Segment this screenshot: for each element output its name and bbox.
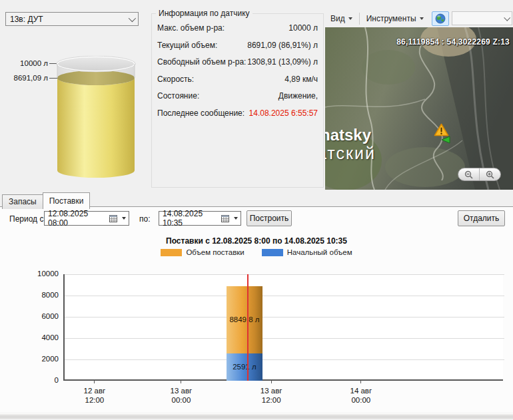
- tank-max-label: 10000 л: [1, 59, 48, 67]
- chevron-down-icon: [504, 15, 510, 21]
- magnifier-plus-icon: [486, 170, 494, 179]
- legend-swatch-supply: [161, 249, 182, 256]
- y-tick-label: 0: [25, 376, 59, 384]
- zoom-out-chart-button[interactable]: Отдалить: [458, 210, 505, 226]
- map-place-label-latin: hatsky: [325, 126, 371, 144]
- gridline: [65, 359, 504, 360]
- sensor-select[interactable]: 13в: ДУТ: [5, 12, 139, 26]
- period-from-picker[interactable]: 12.08.2025 08:00: [44, 211, 129, 226]
- info-row-last-message: Последнее сообщение: 14.08.2025 6:55:57: [157, 108, 318, 118]
- period-to-picker[interactable]: 14.08.2025 10:35: [159, 211, 241, 226]
- bar-value-label: 2591 л: [233, 363, 256, 371]
- sensor-select-value: 13в: ДУТ: [10, 15, 43, 24]
- calendar-icon: [109, 214, 117, 222]
- tank-current-label: 8691,09 л: [1, 74, 48, 82]
- globe-icon: [435, 13, 446, 24]
- build-button[interactable]: Построить: [247, 210, 292, 226]
- map-place-label-cyrillic: атский: [325, 144, 376, 163]
- map-search-combobox[interactable]: [452, 11, 512, 25]
- chevron-down-icon: [234, 217, 238, 220]
- fuel-monitor-window: 13в: ДУТ 10000 л 8691,09 л: [0, 0, 513, 420]
- calendar-icon: [221, 214, 229, 222]
- chart-y-axis: 0200040006000800010000: [25, 274, 60, 381]
- y-tick-label: 8000: [25, 291, 59, 299]
- bar-segment-supply: 8849,8 л: [227, 286, 262, 353]
- current-time-marker-line: [247, 274, 249, 381]
- period-from-label: Период с:: [9, 214, 46, 224]
- datepicker-dropdown-button[interactable]: [119, 212, 129, 225]
- y-tick-label: 10000: [25, 270, 59, 278]
- zoom-out-map-button[interactable]: [458, 168, 479, 180]
- magnifier-minus-icon: [464, 170, 473, 179]
- map-menu-view[interactable]: Вид: [325, 11, 358, 26]
- chart-legend: Объем поставки Начальный объем: [0, 248, 513, 256]
- tab-zapasy[interactable]: Запасы: [2, 194, 43, 209]
- x-tick-label: 13 авг00:00: [153, 386, 209, 405]
- bottom-tab-strip: Запасы Поставки: [2, 192, 89, 209]
- y-tick-label: 4000: [25, 333, 59, 341]
- gridline: [65, 338, 504, 339]
- x-tick-label: 13 авг12:00: [243, 386, 299, 405]
- info-row-state: Состояние: Движение,: [157, 91, 318, 101]
- legend-swatch-initial: [262, 249, 283, 256]
- chart-title: Поставки с 12.08.2025 8:00 по 14.08.2025…: [0, 236, 513, 246]
- bar-segment-initial: 2591 л: [227, 353, 262, 381]
- x-tick-label: 14 авг00:00: [333, 386, 389, 405]
- chevron-down-icon: [348, 17, 352, 20]
- chevron-down-icon: [122, 217, 126, 220]
- y-tick-label: 6000: [25, 312, 59, 320]
- info-row-current-volume: Текущий объем: 8691,09 (86,91%) л: [157, 41, 318, 50]
- warning-marker-icon[interactable]: [434, 123, 449, 136]
- period-to-label: по:: [139, 214, 151, 224]
- map-toolbar: Вид Инструменты: [325, 9, 513, 27]
- globe-map-layer-button[interactable]: [432, 11, 449, 26]
- scrollbar-thumb[interactable]: [0, 415, 513, 419]
- toolbar-separator: [359, 13, 360, 25]
- gridline: [65, 317, 504, 317]
- bar-value-label: 8849,8 л: [229, 315, 259, 323]
- x-tick-mark: [271, 381, 272, 383]
- last-message-timestamp: 14.08.2025 6:55:57: [249, 108, 318, 118]
- sensor-info-title: Информация по датчику: [156, 9, 253, 18]
- horizontal-scrollbar[interactable]: [0, 413, 513, 419]
- map-coordinates: 86,1119854 : 54,3022269 Z:13: [396, 37, 510, 47]
- x-tick-label: 12 авг12:00: [67, 386, 123, 405]
- tank-graphic: [56, 56, 136, 179]
- info-row-speed: Скорость: 4,89 км/ч: [157, 75, 318, 84]
- tab-postavki[interactable]: Поставки: [43, 192, 91, 209]
- info-row-free-volume: Свободный объем р-ра: 1308,91 (13,09%) л: [157, 57, 318, 67]
- chevron-down-icon: [129, 14, 136, 21]
- zoom-in-map-button[interactable]: [479, 168, 500, 180]
- chart-plot-area: 12 авг12:0013 авг00:0013 авг12:0014 авг0…: [63, 274, 503, 381]
- datepicker-dropdown-button[interactable]: [231, 212, 241, 225]
- gridline: [65, 274, 504, 275]
- x-tick-mark: [181, 381, 181, 383]
- sensor-info-panel: Информация по датчику Макс. объем р-ра: …: [151, 13, 324, 188]
- info-row-max-volume: Макс. объем р-ра: 10000 л: [157, 23, 318, 33]
- chevron-down-icon: [420, 17, 424, 20]
- legend-item-initial: Начальный объем: [262, 248, 352, 256]
- y-tick-label: 2000: [25, 355, 59, 363]
- satellite-imagery: [325, 27, 513, 190]
- gridline: [65, 296, 504, 296]
- vehicle-direction-marker[interactable]: [441, 136, 450, 144]
- map-view[interactable]: 86,1119854 : 54,3022269 Z:13 hatsky атск…: [325, 27, 513, 190]
- legend-item-supply: Объем поставки: [161, 248, 244, 256]
- map-menu-tools[interactable]: Инструменты: [361, 11, 429, 26]
- x-tick-mark: [360, 381, 361, 383]
- x-tick-mark: [94, 381, 95, 383]
- map-zoom-control: [458, 168, 501, 181]
